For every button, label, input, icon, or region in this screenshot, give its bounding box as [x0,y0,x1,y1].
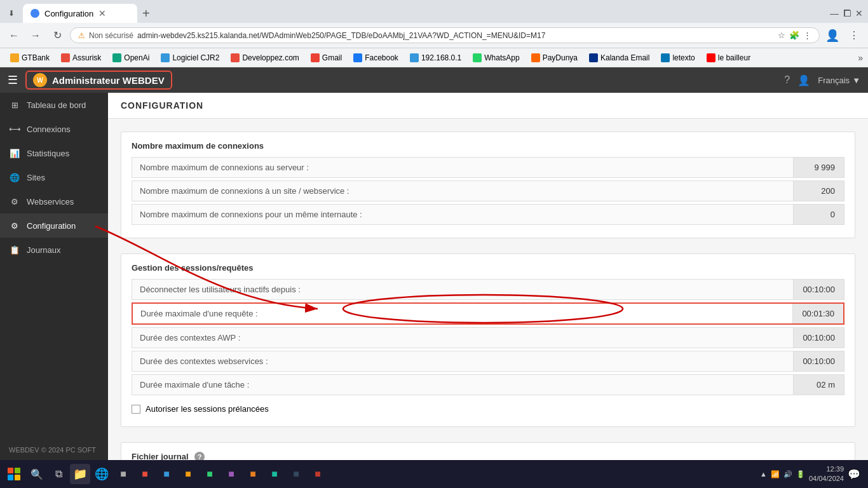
sidebar-item-webservices[interactable]: ⚙ Webservices [0,189,108,214]
back-button[interactable]: ← [5,27,23,44]
sessions-prelancees-checkbox[interactable] [132,405,140,414]
minimize-button[interactable]: — [830,8,839,18]
profile-icon[interactable]: 👤 [824,27,841,44]
stats-icon: 📊 [9,147,20,159]
tray-notification-icon[interactable]: 💬 [848,468,860,480]
taskbar-search-button[interactable]: 🔍 [27,464,47,484]
tray-battery-icon[interactable]: 🔋 [796,470,805,478]
contextes-awp-label: Durée des contextes AWP : [132,328,793,348]
sidebar-label-connexions: Connexions [27,125,71,134]
taskbar-app2[interactable]: ■ [135,464,155,484]
taskbar-tray: ▲ 📶 🔊 🔋 12:39 04/04/2024 💬 [755,464,865,484]
language-selector[interactable]: Français ▼ [818,76,860,85]
taskbar-app3[interactable]: ■ [156,464,177,484]
bookmark-whatsapp[interactable]: WhatsApp [468,52,524,64]
taskbar-app5[interactable]: ■ [200,464,220,484]
header-right: ? 👤 Français ▼ [784,74,860,86]
extensions-icon[interactable]: 🧩 [789,30,799,40]
bookmark-openai[interactable]: OpenAi [107,52,154,64]
windows-logo-icon [8,468,20,480]
bookmarks-more-button[interactable]: » [858,53,863,63]
reload-button[interactable]: ↻ [48,27,66,44]
contextes-web-label: Durée des contextes webservices : [132,351,793,371]
browser-menu-button[interactable]: ⋮ [845,27,863,44]
taskbar-app10[interactable]: ■ [308,464,328,484]
sidebar-item-configuration[interactable]: ⚙ Configuration [0,214,108,238]
connexions-section: Nombre maximum de connexions Nombre maxi… [121,132,855,238]
taskbar-chrome-button[interactable]: 🌐 [92,464,112,484]
address-text: admin-webdev25.ks215.kalanda.net/WDAdmin… [137,31,774,40]
hamburger-menu-button[interactable]: ☰ [8,73,18,87]
sidebar-item-tableau[interactable]: ⊞ Tableau de bord [0,93,108,117]
address-bar[interactable]: ⚠ Non sécurisé admin-webdev25.ks215.kala… [70,27,820,43]
user-header-icon[interactable]: 👤 [797,74,810,86]
tab-title: Configuration [44,9,93,18]
sidebar-item-sites[interactable]: 🌐 Sites [0,165,108,189]
sites-icon: 🌐 [9,172,20,183]
connexion-site-label: Nombre maximum de connexions à un site /… [132,181,793,201]
bookmark-facebook[interactable]: Facebook [348,52,403,64]
connexion-serveur-label: Nombre maximum de connexions au serveur … [132,158,793,177]
bookmark-kalanda[interactable]: Kalanda Email [584,52,654,64]
forward-button[interactable]: → [27,27,44,44]
sidebar-label-configuration: Configuration [27,221,76,231]
restore-button[interactable]: ⧠ [843,8,851,18]
sessions-section-title: Gestion des sessions/requêtes [121,254,855,279]
sidebar-item-statistiques[interactable]: 📊 Statistiques [0,141,108,165]
sessions-prelancees-row: Autoriser les sessions prélancées [132,398,844,416]
deconnecter-label: Déconnecter les utilisateurs inactifs de… [132,280,793,299]
page-title: CONFIGURATION [108,93,868,119]
connexions-section-title: Nombre maximum de connexions [121,132,855,157]
bookmark-gmail[interactable]: Gmail [306,52,347,64]
tray-network-icon[interactable]: 📶 [771,470,780,478]
content-body: Nombre maximum de connexions Nombre maxi… [108,119,868,460]
non-secure-label: Non sécurisé [89,31,133,40]
help-fichier-icon[interactable]: ? [194,452,205,460]
app-logo-icon: W [33,73,47,87]
app-header: ☰ W Administrateur WEBDEV ? 👤 Français ▼ [0,67,868,93]
bookmark-letexto[interactable]: letexto [656,52,700,64]
help-icon[interactable]: ? [784,74,790,86]
taskbar-app7[interactable]: ■ [243,464,263,484]
sessions-prelancees-label: Autoriser les sessions prélancées [146,404,269,414]
start-button[interactable] [3,463,25,485]
sessions-section: Gestion des sessions/requêtes Déconnecte… [121,254,855,427]
taskbar-app1[interactable]: ■ [113,464,133,484]
browser-nav: ← → ↻ ⚠ Non sécurisé admin-webdev25.ks21… [0,23,868,48]
bookmark-bailleur[interactable]: le bailleur [702,52,756,64]
bookmark-gtbank[interactable]: GTBank [5,52,55,64]
active-tab[interactable]: Configuration ✕ [23,4,137,23]
taskbar-app4[interactable]: ■ [178,464,198,484]
bookmark-ip[interactable]: 192.168.0.1 [405,52,466,64]
taskbar-files-button[interactable]: 📁 [70,464,90,484]
taskbar-app8[interactable]: ■ [264,464,285,484]
new-tab-button[interactable]: + [137,6,155,21]
bookmark-assurisk[interactable]: Assurisk [56,52,106,64]
tray-icon1[interactable]: ▲ [760,470,767,478]
browser-back-page[interactable]: ⬇ [0,4,23,23]
menu-dots-icon[interactable]: ⋮ [803,30,811,40]
taskbar-app6[interactable]: ■ [221,464,241,484]
connexions-section-inner: Nombre maximum de connexions au serveur … [121,157,855,238]
lock-icon: ⚠ [78,31,85,40]
duree-tache-value: 02 m [793,375,844,395]
tray-sound-icon[interactable]: 🔊 [783,470,792,478]
bookmark-paydunya[interactable]: PayDunya [526,52,583,64]
taskbar-app9[interactable]: ■ [286,464,306,484]
sidebar-item-connexions[interactable]: ⟷ Connexions [0,117,108,141]
bookmark-star-icon[interactable]: ☆ [778,30,785,40]
bookmarks-bar: GTBank Assurisk OpenAi Logiciel CJR2 Dev… [0,48,868,67]
sidebar-label-tableau: Tableau de bord [27,100,86,110]
taskbar-task-view-button[interactable]: ⧉ [48,464,69,484]
duree-tache-label: Durée maximale d'une tâche : [132,375,793,395]
sidebar-label-journaux: Journaux [27,245,60,255]
tab-close-button[interactable]: ✕ [98,8,106,18]
sidebar-item-journaux[interactable]: 📋 Journaux [0,238,108,262]
bookmark-logiciel[interactable]: Logiciel CJR2 [156,52,224,64]
taskbar-clock[interactable]: 12:39 04/04/2024 [809,464,844,484]
fichier-section-title: Fichier journal ? [121,443,855,460]
duree-requete-row: Durée maximale d'une requête : 00:01:30 [132,302,844,325]
close-button[interactable]: ✕ [855,8,863,18]
bookmark-developpez[interactable]: Developpez.com [226,52,304,64]
app-logo-text: Administrateur WEBDEV [52,75,165,86]
